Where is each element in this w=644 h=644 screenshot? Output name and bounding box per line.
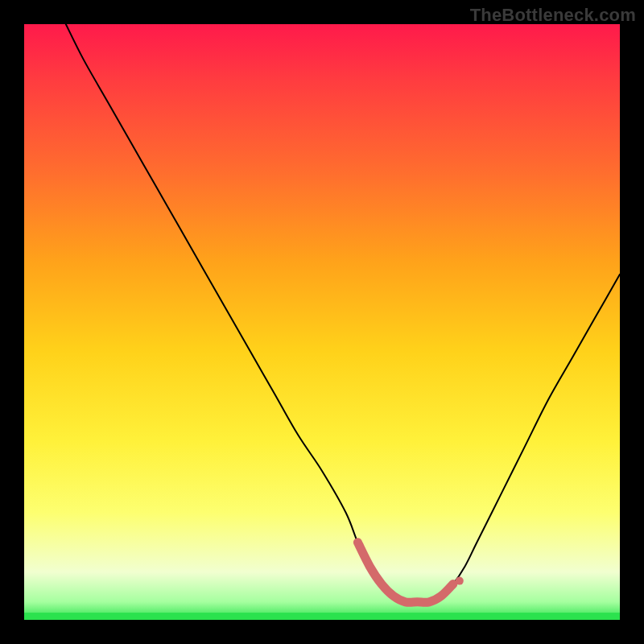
- watermark-text: TheBottleneck.com: [470, 5, 636, 26]
- plot-area: [24, 24, 620, 620]
- chart-frame: TheBottleneck.com: [0, 0, 644, 644]
- highlight-end-dot: [456, 577, 464, 585]
- bottleneck-chart: [24, 24, 620, 620]
- green-band: [24, 613, 620, 620]
